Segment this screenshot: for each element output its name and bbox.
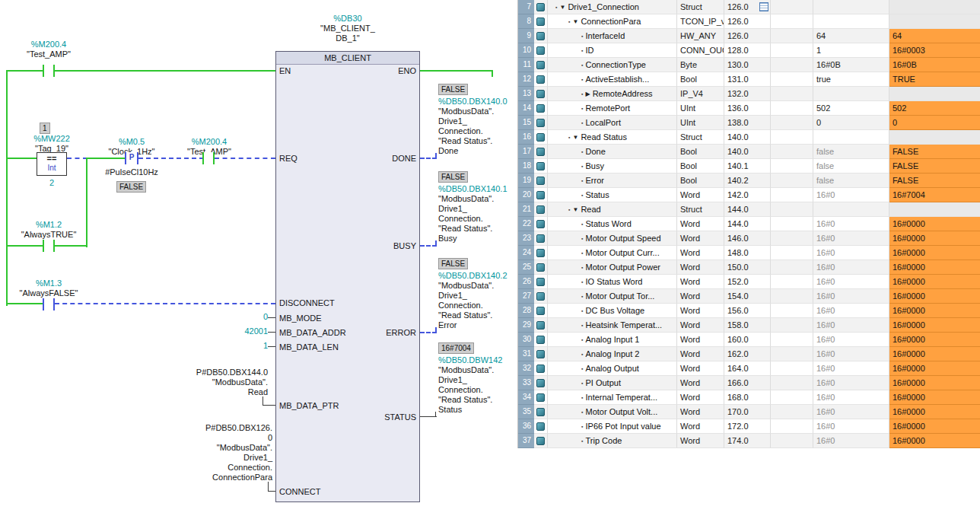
- row-datatype[interactable]: Word: [677, 289, 724, 304]
- row-start-value[interactable]: [813, 130, 889, 145]
- row-datatype[interactable]: Word: [677, 361, 724, 376]
- row-name-cell[interactable]: ▪ ▼ Read Status: [548, 130, 677, 145]
- row-name-cell[interactable]: ▪ IO Status Word: [548, 275, 677, 289]
- row-name-cell[interactable]: ▪ Busy: [548, 159, 677, 174]
- row-start-value[interactable]: 16#0: [813, 333, 889, 347]
- table-row[interactable]: 21 ▪ ▼ Read Struct 144.0: [518, 202, 980, 217]
- row-name-cell[interactable]: ▪ ▼ ConnectionPara: [548, 14, 677, 29]
- contact-alwaysfalse-address[interactable]: %M1.3: [17, 279, 81, 288]
- operand-connect-1[interactable]: P#DB50.DBX126.: [181, 423, 272, 433]
- operand-mb-mode[interactable]: 0: [192, 312, 268, 322]
- row-start-value[interactable]: [813, 14, 889, 29]
- row-name-cell[interactable]: ▪ IP66 Pot Input value: [548, 419, 677, 434]
- row-number[interactable]: 11: [518, 58, 534, 72]
- row-name-cell[interactable]: ▪ ▼ Read: [548, 202, 677, 217]
- row-name-cell[interactable]: ▪ Analog Output: [548, 361, 677, 376]
- row-number[interactable]: 12: [518, 72, 534, 87]
- row-name-cell[interactable]: ▪ LocalPort: [548, 116, 677, 130]
- operand-mb-data-ptr-1[interactable]: P#DB50.DBX144.0: [177, 368, 268, 377]
- row-number[interactable]: 34: [518, 390, 534, 405]
- row-name-cell[interactable]: ▪ Heatsink Temperat...: [548, 318, 677, 333]
- row-datatype[interactable]: Word: [677, 275, 724, 289]
- table-row[interactable]: 34 ▪ Internal Temperat... Word 168.0 16#…: [518, 390, 980, 405]
- row-datatype[interactable]: IP_V4: [677, 87, 724, 101]
- table-row[interactable]: 36 ▪ IP66 Pot Input value Word 172.0 16#…: [518, 419, 980, 434]
- done-address[interactable]: %DB50.DBX140.0: [438, 97, 508, 107]
- table-row[interactable]: 26 ▪ IO Status Word Word 152.0 16#0 16#0…: [518, 275, 980, 289]
- row-start-value[interactable]: 16#0: [813, 419, 889, 434]
- table-row[interactable]: 8 ▪ ▼ ConnectionPara TCON_IP_v4 126.0: [518, 14, 980, 29]
- pin-error[interactable]: ERROR: [386, 328, 416, 338]
- contact-test-amp-2[interactable]: [202, 152, 215, 164]
- row-number[interactable]: 35: [518, 405, 534, 419]
- row-start-value[interactable]: 16#0: [813, 434, 889, 448]
- table-row[interactable]: 20 ▪ Status Word 142.0 16#0 16#7004: [518, 188, 980, 202]
- row-datatype[interactable]: Word: [677, 419, 724, 434]
- row-number[interactable]: 13: [518, 87, 534, 101]
- contact-test-amp2-address[interactable]: %M200.4: [177, 137, 241, 147]
- row-start-value[interactable]: false: [813, 159, 889, 174]
- row-number[interactable]: 26: [518, 275, 534, 289]
- table-row[interactable]: 10 ▪ ID CONN_OUC 128.0 1 16#0003: [518, 43, 980, 58]
- expand-icon[interactable]: ▼: [572, 134, 578, 141]
- row-number[interactable]: 37: [518, 434, 534, 448]
- row-name-cell[interactable]: ▪ ID: [548, 43, 677, 58]
- pin-done[interactable]: DONE: [392, 154, 416, 164]
- row-datatype[interactable]: TCON_IP_v4: [677, 14, 724, 29]
- row-number[interactable]: 36: [518, 419, 534, 434]
- table-row[interactable]: 25 ▪ Motor Output Power Word 150.0 16#0 …: [518, 260, 980, 275]
- row-start-value[interactable]: false: [813, 174, 889, 188]
- row-name-cell[interactable]: ▪ Motor Output Tor...: [548, 289, 677, 304]
- pin-connect[interactable]: CONNECT: [279, 487, 320, 497]
- row-name-cell[interactable]: ▪ PI Output: [548, 376, 677, 390]
- row-start-value[interactable]: 64: [813, 29, 889, 43]
- row-start-value[interactable]: 16#0: [813, 304, 889, 318]
- row-datatype[interactable]: Word: [677, 347, 724, 361]
- contact-always-false[interactable]: [43, 298, 55, 310]
- row-start-value[interactable]: 16#0: [813, 318, 889, 333]
- table-row[interactable]: 23 ▪ Motor Output Speed Word 146.0 16#0 …: [518, 231, 980, 246]
- row-datatype[interactable]: Word: [677, 434, 724, 448]
- row-start-value[interactable]: 502: [813, 101, 889, 116]
- row-datatype[interactable]: Word: [677, 333, 724, 347]
- row-name-cell[interactable]: ▪ ConnectionType: [548, 58, 677, 72]
- expand-icon[interactable]: ▼: [559, 4, 565, 11]
- row-datatype[interactable]: Bool: [677, 159, 724, 174]
- row-number[interactable]: 18: [518, 159, 534, 174]
- compare-block[interactable]: == Int: [37, 152, 67, 176]
- pin-busy[interactable]: BUSY: [393, 241, 416, 251]
- row-number[interactable]: 19: [518, 174, 534, 188]
- row-datatype[interactable]: Word: [677, 260, 724, 275]
- row-start-value[interactable]: 16#0: [813, 390, 889, 405]
- table-row[interactable]: 37 ▪ Trip Code Word 174.0 16#0 16#0000: [518, 434, 980, 448]
- row-datatype[interactable]: Word: [677, 188, 724, 202]
- pin-mb-mode[interactable]: MB_MODE: [279, 314, 322, 323]
- row-number[interactable]: 9: [518, 29, 534, 43]
- row-datatype[interactable]: Word: [677, 217, 724, 231]
- operand-mb-data-len[interactable]: 1: [192, 341, 268, 351]
- pin-mb-data-addr[interactable]: MB_DATA_ADDR: [279, 328, 346, 338]
- row-datatype[interactable]: Word: [677, 376, 724, 390]
- mb-client-block[interactable]: MB_CLIENT EN REQ DISCONNECT MB_MODE MB_D…: [275, 51, 420, 502]
- table-row[interactable]: 29 ▪ Heatsink Temperat... Word 158.0 16#…: [518, 318, 980, 333]
- expand-icon[interactable]: ▶: [585, 91, 590, 97]
- row-start-value[interactable]: 16#0: [813, 289, 889, 304]
- pin-disconnect[interactable]: DISCONNECT: [279, 298, 335, 308]
- row-name-cell[interactable]: ▪ InterfaceId: [548, 29, 677, 43]
- contact-always-true[interactable]: [43, 240, 55, 252]
- row-number[interactable]: 29: [518, 318, 534, 333]
- busy-address[interactable]: %DB50.DBX140.1: [438, 184, 508, 194]
- row-start-value[interactable]: [813, 0, 889, 14]
- contact-test-amp1-address[interactable]: %M200.4: [17, 40, 81, 49]
- row-datatype[interactable]: Bool: [677, 72, 724, 87]
- row-name-cell[interactable]: ▪ Status: [548, 188, 677, 202]
- table-row[interactable]: 12 ▪ ActiveEstablish... Bool 131.0 true …: [518, 72, 980, 87]
- row-name-cell[interactable]: ▪ Status Word: [548, 217, 677, 231]
- table-row[interactable]: 17 ▪ Done Bool 140.0 false FALSE: [518, 145, 980, 159]
- row-datatype[interactable]: CONN_OUC: [677, 43, 724, 58]
- row-start-value[interactable]: [813, 87, 889, 101]
- row-datatype[interactable]: Word: [677, 390, 724, 405]
- row-start-value[interactable]: 16#0: [813, 275, 889, 289]
- row-datatype[interactable]: Byte: [677, 58, 724, 72]
- row-datatype[interactable]: Struct: [677, 130, 724, 145]
